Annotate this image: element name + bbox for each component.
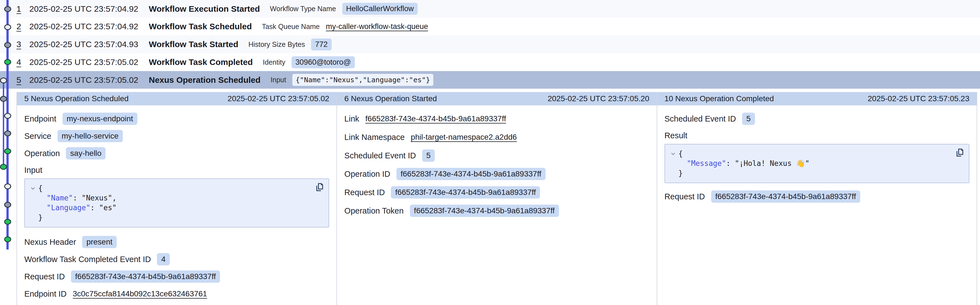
timeline-rail-branch	[3, 80, 4, 167]
workflow-task-completed-event-id-label: Workflow Task Completed Event ID	[24, 255, 151, 264]
timeline-dot	[4, 59, 11, 65]
json-value: : "Nexus",	[73, 194, 117, 202]
event-id-link[interactable]: 2	[16, 22, 29, 31]
panel-header: 6 Nexus Operation Started 2025-02-25 UTC…	[337, 92, 656, 105]
endpoint-id-link[interactable]: 3c0c75ccfa8144b092c13ce632463761	[73, 289, 207, 298]
panel-header: 10 Nexus Operation Completed 2025-02-25 …	[657, 92, 977, 105]
input-json-badge: {"Name":"Nexus","Language":"es"}	[292, 74, 434, 86]
operation-id-label: Operation ID	[344, 169, 390, 179]
timeline-rail-main	[6, 0, 9, 250]
event-time: 2025-02-25 UTC 23:57:04.92	[29, 22, 149, 31]
json-key: "Name"	[47, 194, 73, 202]
event-field-label: Workflow Type Name	[270, 5, 336, 13]
timeline-dot	[4, 236, 11, 242]
event-time: 2025-02-25 UTC 23:57:04.93	[29, 40, 149, 49]
operation-token-label: Operation Token	[344, 206, 403, 215]
endpoint-id-label: Endpoint ID	[24, 289, 67, 299]
event-group-detail-panels: 5 Nexus Operation Scheduled 2025-02-25 U…	[16, 92, 977, 305]
collapse-chevron-icon[interactable]	[30, 185, 36, 191]
timeline-dot	[4, 219, 11, 225]
timeline-dot	[4, 131, 11, 136]
event-id-link[interactable]: 4	[16, 57, 29, 67]
timeline-dot	[4, 42, 11, 48]
event-time: 2025-02-25 UTC 23:57:05.02	[29, 57, 149, 67]
event-id-link[interactable]: 3	[16, 40, 29, 49]
service-badge: my-hello-service	[57, 130, 123, 142]
json-value: : "¡Hola! Nexus 👋"	[726, 159, 810, 168]
request-id-label: Request ID	[344, 188, 385, 197]
event-name: Workflow Task Started	[149, 40, 239, 49]
event-row-4[interactable]: 4 2025-02-25 UTC 23:57:05.02 Workflow Ta…	[0, 53, 980, 71]
copy-button[interactable]	[315, 182, 325, 192]
scheduled-event-id-badge: 5	[422, 149, 435, 162]
request-id-badge: f665283f-743e-4374-b45b-9a61a89337ff	[711, 190, 860, 203]
event-field-label: Input	[270, 76, 286, 84]
json-key: "Message"	[687, 159, 726, 168]
event-row-5-selected[interactable]: 5 2025-02-25 UTC 23:57:05.02 Nexus Opera…	[0, 71, 980, 88]
json-key: "Language"	[47, 204, 91, 212]
panel-title: 6 Nexus Operation Started	[344, 94, 437, 103]
request-id-label: Request ID	[665, 192, 705, 201]
operation-id-badge: f665283f-743e-4374-b45b-9a61a89337ff	[396, 168, 546, 180]
history-size-badge: 772	[311, 38, 331, 51]
endpoint-label: Endpoint	[24, 114, 56, 123]
panel-header: 5 Nexus Operation Scheduled 2025-02-25 U…	[17, 92, 336, 105]
identity-badge: 30960@totoro@	[291, 56, 355, 68]
scheduled-event-id-label: Scheduled Event ID	[665, 114, 736, 123]
result-json-viewer: { "Message": "¡Hola! Nexus 👋" }	[665, 144, 969, 183]
panel-nexus-operation-completed: 10 Nexus Operation Completed 2025-02-25 …	[657, 92, 977, 305]
event-row-1[interactable]: 1 2025-02-25 UTC 23:57:04.92 Workflow Ex…	[0, 0, 980, 17]
timeline-dot	[4, 183, 11, 189]
result-label: Result	[665, 131, 687, 140]
nexus-header-label: Nexus Header	[24, 237, 76, 247]
link-label: Link	[344, 114, 359, 123]
copy-icon	[955, 148, 965, 158]
event-id-link[interactable]: 1	[16, 4, 29, 14]
event-field-label: Task Queue Name	[262, 22, 320, 31]
endpoint-badge: my-nexus-endpoint	[62, 113, 137, 125]
timeline-branch-dot	[0, 164, 7, 170]
task-queue-link[interactable]: my-caller-workflow-task-queue	[326, 22, 428, 31]
timeline-dot	[4, 6, 11, 12]
event-row-2[interactable]: 2 2025-02-25 UTC 23:57:04.92 Workflow Ta…	[0, 17, 980, 35]
operation-label: Operation	[24, 149, 60, 158]
nexus-header-badge: present	[82, 236, 116, 248]
timeline-dot	[4, 113, 11, 119]
timeline-branch-dot	[0, 96, 7, 102]
link-uuid-link[interactable]: f665283f-743e-4374-b45b-9a61a89337ff	[366, 114, 506, 123]
panel-title: 5 Nexus Operation Scheduled	[24, 94, 129, 103]
request-id-label: Request ID	[24, 272, 65, 281]
json-close-brace: }	[678, 169, 683, 177]
event-time: 2025-02-25 UTC 23:57:05.02	[29, 75, 149, 85]
workflow-task-completed-event-id-badge: 4	[157, 253, 170, 265]
json-open-brace: {	[38, 183, 43, 193]
copy-button[interactable]	[955, 148, 965, 158]
scheduled-event-id-label: Scheduled Event ID	[344, 151, 416, 160]
timeline-dot	[4, 202, 11, 208]
event-row-3[interactable]: 3 2025-02-25 UTC 23:57:04.93 Workflow Ta…	[0, 35, 980, 53]
panel-nexus-operation-scheduled: 5 Nexus Operation Scheduled 2025-02-25 U…	[17, 92, 337, 305]
operation-badge: say-hello	[66, 147, 105, 160]
event-name: Workflow Task Completed	[149, 57, 253, 67]
panel-timestamp: 2025-02-25 UTC 23:57:05.02	[228, 94, 329, 103]
input-label: Input	[24, 166, 43, 175]
event-field-label: Identity	[263, 58, 285, 66]
panel-timestamp: 2025-02-25 UTC 23:57:05.23	[868, 94, 969, 103]
event-name: Nexus Operation Scheduled	[149, 75, 261, 85]
operation-token-badge: f665283f-743e-4374-b45b-9a61a89337ff	[410, 205, 559, 217]
link-namespace-link[interactable]: phil-target-namespace2.a2dd6	[411, 133, 517, 142]
event-field-label: History Size Bytes	[248, 40, 305, 49]
event-name: Workflow Execution Started	[149, 4, 260, 14]
timeline-dot	[4, 148, 11, 154]
service-label: Service	[24, 131, 51, 141]
event-time: 2025-02-25 UTC 23:57:04.92	[29, 4, 149, 14]
json-value: : "es"	[91, 204, 117, 212]
collapse-chevron-icon[interactable]	[670, 151, 676, 157]
input-json-viewer: { "Name": "Nexus", "Language": "es" }	[24, 179, 329, 228]
workflow-type-badge: HelloCallerWorkflow	[342, 3, 418, 15]
link-namespace-label: Link Namespace	[344, 133, 404, 142]
panel-title: 10 Nexus Operation Completed	[665, 94, 774, 103]
timeline-branch-dot	[0, 77, 7, 83]
event-id-link[interactable]: 5	[16, 75, 29, 85]
json-close-brace: }	[38, 213, 43, 222]
